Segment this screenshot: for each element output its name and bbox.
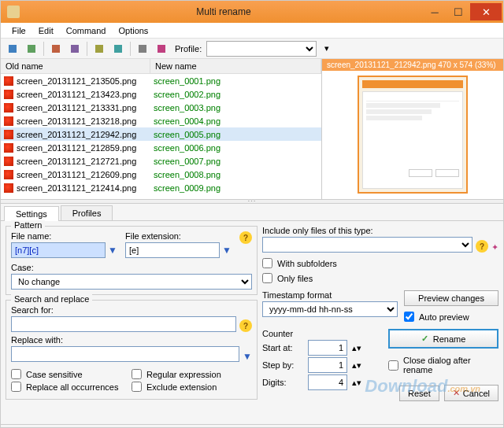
profile-select[interactable] [206,41,317,57]
file-old-name: screen_20131121_212721.png [17,157,154,166]
step-by-input[interactable] [308,357,347,373]
extension-dropdown-icon[interactable]: ▼ [222,245,232,256]
start-at-label: Start at: [262,343,303,352]
tool-icon-2[interactable] [23,40,40,57]
file-new-name: screen_0007.png [154,157,220,166]
digits-spinner-icon[interactable]: ▴▾ [352,378,361,388]
preview-info: screen_20131121_212942.png 470 x 574 (33… [322,59,503,71]
filename-dropdown-icon[interactable]: ▼ [108,245,117,256]
rename-button[interactable]: ✓Rename [388,329,498,349]
file-new-name: screen_0005.png [154,130,220,139]
case-sensitive-label: Case sensitive [26,370,83,379]
file-list[interactable]: Old name New name screen_20131121_213505… [1,59,322,199]
menu-command[interactable]: Command [60,24,113,37]
file-row[interactable]: screen_20131121_212721.pngscreen_0007.pn… [1,154,321,168]
file-icon [4,143,13,153]
case-select[interactable]: No change [11,274,252,290]
only-files-checkbox[interactable] [262,273,272,283]
file-old-name: screen_20131121_212942.png [17,130,154,139]
replace-all-checkbox[interactable] [11,382,21,392]
file-row[interactable]: screen_20131121_212609.pngscreen_0008.pn… [1,168,321,181]
tool-icon-3[interactable] [47,40,65,57]
file-icon [4,76,13,86]
tab-settings[interactable]: Settings [4,206,59,221]
extension-input[interactable] [125,242,220,258]
filename-label: File name: [11,231,117,241]
timestamp-select[interactable]: yyyy-mm-dd hh-nn-ss [262,301,398,317]
start-spinner-icon[interactable]: ▴▾ [352,343,361,353]
preview-thumbnail [358,76,468,194]
profile-dropdown-icon[interactable]: ▾ [318,40,335,57]
tab-profiles[interactable]: Profiles [61,205,113,220]
pattern-help-icon[interactable]: ? [239,231,252,244]
tool-icon-5[interactable] [91,40,108,57]
include-types-label: Include only files of this type: [262,226,472,235]
tool-icon-8[interactable] [153,40,170,57]
exclude-ext-checkbox[interactable] [132,382,142,392]
menu-file[interactable]: File [6,24,32,37]
profile-label: Profile: [175,44,202,54]
close-button[interactable]: ✕ [470,3,502,20]
replace-dropdown-icon[interactable]: ▼ [243,351,252,362]
file-old-name: screen_20131121_212609.png [17,170,154,179]
tool-icon-1[interactable] [4,40,21,57]
auto-preview-label: Auto preview [419,312,469,322]
tool-icon-6[interactable] [109,40,127,57]
include-help-icon[interactable]: ? [476,240,488,253]
include-types-select[interactable] [262,237,472,253]
status-bar: 15 File(s), 0 Folder(s) [1,424,503,428]
timestamp-label: Timestamp format [262,290,398,300]
svg-rect-6 [139,45,146,53]
menu-edit[interactable]: Edit [32,24,60,37]
file-row[interactable]: screen_20131121_212859.pngscreen_0006.pn… [1,141,321,154]
search-group-title: Search and replace [11,294,92,304]
wand-icon[interactable]: ✦ [491,242,498,253]
svg-rect-1 [28,45,35,53]
file-row[interactable]: screen_20131121_213423.pngscreen_0002.pn… [1,87,321,101]
file-new-name: screen_0004.png [154,116,220,126]
file-old-name: screen_20131121_213218.png [17,116,154,126]
cancel-button[interactable]: ✕Cancel [444,385,498,401]
file-new-name: screen_0008.png [154,170,220,179]
step-spinner-icon[interactable]: ▴▾ [352,360,361,371]
with-subfolders-checkbox[interactable] [262,258,272,268]
app-icon [7,6,20,18]
replace-with-input[interactable] [11,346,239,362]
search-for-label: Search for: [11,305,236,315]
step-by-label: Step by: [262,360,303,370]
file-row[interactable]: screen_20131121_213218.pngscreen_0004.pn… [1,114,321,127]
file-icon [4,116,13,126]
file-old-name: screen_20131121_213505.png [17,76,154,86]
tool-icon-4[interactable] [66,40,83,57]
preview-changes-button[interactable]: Preview changes [404,290,498,306]
case-label: Case: [11,263,252,272]
svg-rect-2 [52,45,60,53]
digits-input[interactable] [308,374,347,390]
auto-preview-checkbox[interactable] [404,312,414,322]
menu-options[interactable]: Options [112,24,154,37]
svg-rect-5 [114,45,122,53]
start-at-input[interactable] [308,340,347,356]
svg-rect-4 [95,45,103,53]
search-for-input[interactable] [11,316,236,332]
column-old-name[interactable]: Old name [1,59,150,73]
file-row[interactable]: screen_20131121_213331.pngscreen_0003.pn… [1,101,321,114]
tool-icon-7[interactable] [134,40,151,57]
reset-button[interactable]: Reset [399,386,439,401]
column-new-name[interactable]: New name [150,59,321,73]
minimize-button[interactable]: ─ [423,3,447,20]
search-help-icon[interactable]: ? [239,319,252,332]
file-row[interactable]: screen_20131121_212942.pngscreen_0005.pn… [1,127,321,141]
file-new-name: screen_0001.png [154,76,220,86]
case-sensitive-checkbox[interactable] [11,369,21,379]
pattern-group-title: Pattern [11,220,45,230]
file-new-name: screen_0006.png [154,143,220,153]
file-old-name: screen_20131121_212859.png [17,143,154,153]
filename-input[interactable] [11,242,106,258]
maximize-button[interactable]: ☐ [447,3,470,20]
file-row[interactable]: screen_20131121_213505.pngscreen_0001.pn… [1,74,321,87]
close-after-checkbox[interactable] [388,360,398,371]
regex-label: Regular expression [146,370,221,379]
regex-checkbox[interactable] [132,369,142,379]
file-row[interactable]: screen_20131121_212414.pngscreen_0009.pn… [1,181,321,194]
